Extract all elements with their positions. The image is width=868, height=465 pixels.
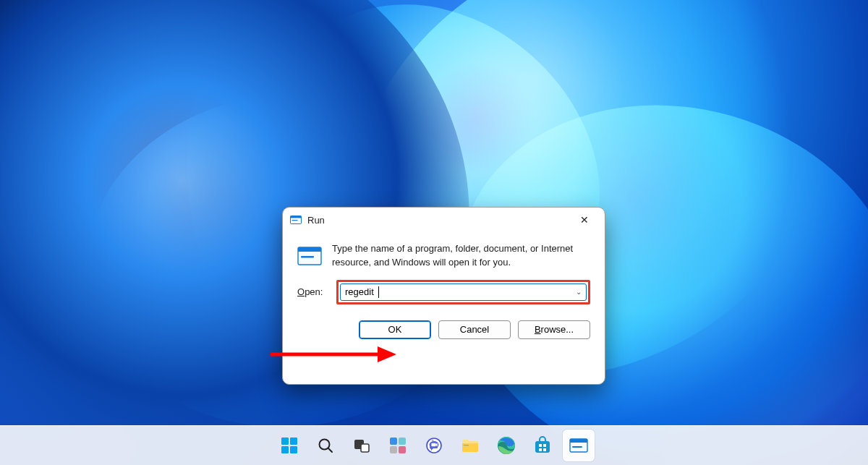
cancel-button[interactable]: Cancel bbox=[438, 320, 511, 339]
ok-button[interactable]: OK bbox=[359, 320, 431, 339]
svg-rect-34 bbox=[572, 446, 582, 448]
svg-line-13 bbox=[328, 448, 332, 452]
svg-rect-5 bbox=[301, 256, 314, 257]
open-combobox[interactable]: ⌄ bbox=[340, 283, 587, 301]
svg-rect-2 bbox=[292, 220, 298, 221]
svg-rect-27 bbox=[535, 441, 550, 453]
svg-rect-33 bbox=[570, 439, 587, 443]
taskbar-task-view[interactable] bbox=[346, 430, 378, 461]
svg-rect-18 bbox=[390, 446, 397, 453]
folder-icon bbox=[461, 438, 480, 453]
search-icon bbox=[317, 437, 334, 454]
svg-rect-16 bbox=[390, 438, 397, 445]
svg-rect-9 bbox=[290, 438, 297, 445]
svg-rect-15 bbox=[361, 444, 369, 452]
taskbar-file-explorer[interactable] bbox=[454, 430, 486, 461]
chevron-down-icon[interactable]: ⌄ bbox=[571, 288, 586, 296]
store-icon bbox=[533, 436, 552, 455]
taskbar-store[interactable] bbox=[527, 430, 558, 461]
svg-rect-11 bbox=[290, 446, 297, 453]
taskbar-run-app[interactable] bbox=[563, 430, 595, 461]
widgets-icon bbox=[388, 436, 407, 455]
taskbar-start[interactable] bbox=[273, 430, 305, 461]
svg-rect-19 bbox=[399, 446, 406, 453]
taskbar-search[interactable] bbox=[310, 430, 341, 461]
taskbar-chat[interactable] bbox=[418, 430, 450, 461]
run-description: Type the name of a program, folder, docu… bbox=[332, 242, 590, 270]
open-label: Open: bbox=[297, 286, 329, 297]
task-view-icon bbox=[353, 437, 370, 454]
svg-rect-8 bbox=[281, 438, 289, 445]
run-titlebar[interactable]: Run ✕ bbox=[283, 208, 605, 232]
svg-rect-17 bbox=[399, 438, 406, 445]
svg-rect-25 bbox=[464, 445, 469, 445]
annotation-highlight-input: ⌄ bbox=[336, 280, 590, 304]
svg-rect-31 bbox=[543, 448, 546, 451]
chat-icon bbox=[425, 437, 443, 454]
open-input[interactable] bbox=[341, 286, 571, 297]
run-app-icon bbox=[290, 214, 302, 226]
svg-rect-10 bbox=[281, 446, 289, 453]
taskbar-edge[interactable] bbox=[490, 430, 522, 461]
close-icon: ✕ bbox=[580, 215, 589, 225]
taskbar bbox=[0, 425, 868, 465]
taskbar-widgets[interactable] bbox=[382, 430, 414, 461]
run-dialog: Run ✕ Type the name of a program, folder… bbox=[282, 207, 605, 385]
svg-rect-30 bbox=[539, 448, 542, 451]
run-app-icon bbox=[569, 438, 588, 453]
svg-rect-1 bbox=[291, 216, 302, 218]
browse-button[interactable]: Browse... bbox=[518, 320, 590, 339]
run-large-icon bbox=[297, 244, 322, 268]
edge-icon bbox=[497, 436, 516, 455]
svg-rect-28 bbox=[539, 444, 542, 447]
windows-logo-icon bbox=[280, 436, 299, 455]
svg-rect-4 bbox=[298, 247, 321, 252]
svg-rect-24 bbox=[431, 443, 435, 446]
run-title: Run bbox=[307, 215, 325, 226]
svg-rect-29 bbox=[543, 444, 546, 447]
text-caret bbox=[378, 286, 379, 298]
close-button[interactable]: ✕ bbox=[569, 209, 600, 231]
